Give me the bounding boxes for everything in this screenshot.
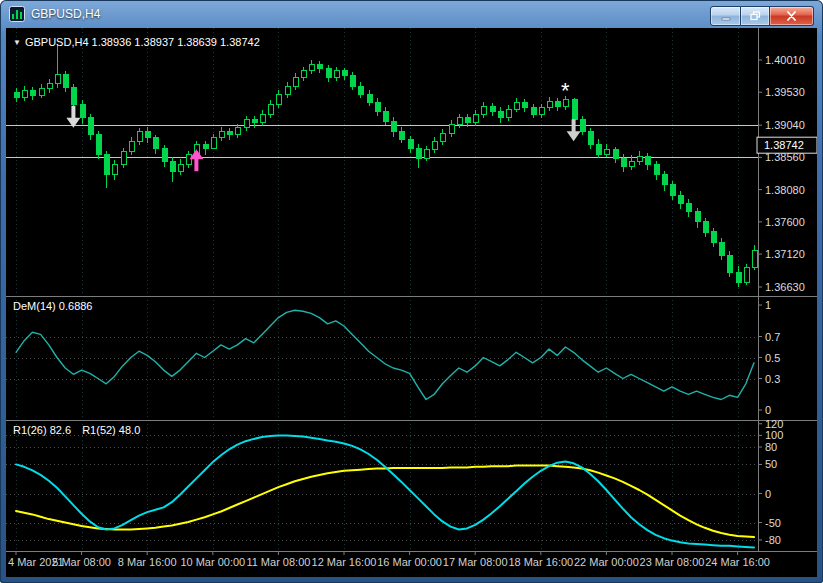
svg-text:24 Mar 16:00: 24 Mar 16:00 [705,556,770,568]
close-button[interactable] [770,6,814,26]
minimize-icon [721,11,731,21]
horizontal-lines[interactable] [6,126,758,158]
asterisk-marker: * [561,78,570,103]
arrow-down-marker [66,106,80,128]
symbol-readout-line: ▼GBPUSD,H4 1.38936 1.38937 1.38639 1.387… [13,36,260,48]
r1-slow-label: R1(52) 48.0 [82,424,140,436]
svg-text:22 Mar 00:00: 22 Mar 00:00 [574,556,639,568]
chart-window-icon [9,6,25,22]
svg-text:1.40010: 1.40010 [765,54,805,66]
r1-axis[interactable]: 12010080500-50-80 [758,418,783,546]
arrow-down-marker [567,119,581,141]
svg-text:11 Mar 08:00: 11 Mar 08:00 [246,556,310,568]
svg-text:120: 120 [765,418,783,430]
svg-text:10 Mar 00:00: 10 Mar 00:00 [180,556,245,568]
svg-text:1.37600: 1.37600 [765,216,805,228]
svg-text:5 Mar 08:00: 5 Mar 08:00 [52,556,111,568]
svg-text:0.3: 0.3 [765,373,780,385]
svg-text:8 Mar 16:00: 8 Mar 16:00 [118,556,177,568]
symbol-dropdown-icon[interactable]: ▼ [13,38,21,47]
svg-text:50: 50 [765,458,777,470]
title-bar[interactable]: GBPUSD,H4 [0,0,823,28]
symbol-ohlc-readout: GBPUSD,H4 1.38936 1.38937 1.38639 1.3874… [25,36,260,48]
svg-text:1.39530: 1.39530 [765,86,805,98]
chart-canvas[interactable]: *1.400101.395301.390401.385601.380801.37… [6,28,817,577]
restore-button[interactable] [741,6,770,26]
dem-line [16,310,754,399]
price-axis[interactable]: 1.400101.395301.390401.385601.380801.376… [758,54,805,293]
minimize-button[interactable] [710,6,741,26]
svg-text:16 Mar 00:00: 16 Mar 00:00 [377,556,442,568]
svg-text:1.37120: 1.37120 [765,248,805,260]
svg-text:17 Mar 08:00: 17 Mar 08:00 [443,556,508,568]
svg-text:1.39040: 1.39040 [765,119,805,131]
svg-text:0: 0 [765,404,771,416]
r1-fast-label: R1(26) 82.6 [13,424,71,436]
candlestick-series [14,44,757,287]
svg-text:-80: -80 [765,534,781,546]
restore-icon [750,11,761,21]
window-controls [710,6,814,26]
r1-indicator-label: R1(26) 82.6 R1(52) 48.0 [13,424,140,436]
dem-axis[interactable]: 10.70.50.30 [758,299,780,416]
current-price-badge: 1.38742 [757,137,817,153]
dem-indicator-label: DeM(14) 0.6886 [13,300,93,312]
pane-separators [6,28,817,552]
svg-text:23 Mar 08:00: 23 Mar 08:00 [640,556,705,568]
svg-text:0: 0 [765,488,771,500]
chart-window: GBPUSD,H4 *1.400101.395301.390401.38560 [0,0,823,583]
svg-text:1.38742: 1.38742 [764,139,804,151]
svg-text:1.36630: 1.36630 [765,281,805,293]
svg-text:-50: -50 [765,517,781,529]
svg-text:0.5: 0.5 [765,352,780,364]
time-axis[interactable]: 4 Mar 20215 Mar 08:008 Mar 16:0010 Mar 0… [8,551,770,568]
svg-text:0.7: 0.7 [765,331,780,343]
close-icon [786,11,797,21]
svg-text:12 Mar 16:00: 12 Mar 16:00 [312,556,377,568]
grid [6,28,758,551]
window-title: GBPUSD,H4 [31,7,100,21]
svg-text:1.38080: 1.38080 [765,184,805,196]
svg-text:1: 1 [765,299,771,311]
chart-area: *1.400101.395301.390401.385601.380801.37… [6,28,817,577]
svg-text:18 Mar 16:00: 18 Mar 16:00 [508,556,573,568]
svg-text:100: 100 [765,429,783,441]
svg-text:80: 80 [765,441,777,453]
